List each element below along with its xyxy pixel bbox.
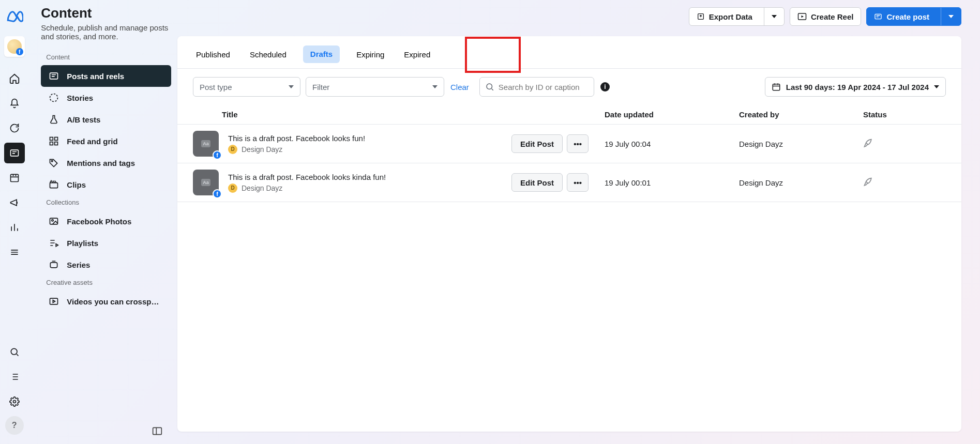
sidebar-item-label: Series [67,261,90,269]
chevron-down-icon [289,85,294,88]
post-type-label: Post type [200,83,232,91]
page-subtitle: Schedule, publish and manage posts and s… [41,23,171,41]
sidebar-item-label: Facebook Photos [67,217,131,226]
collapse-sidebar-button[interactable] [147,423,167,439]
rail-search[interactable] [4,342,25,362]
chevron-down-icon [772,15,777,18]
facebook-badge-icon: f [213,189,222,198]
post-thumbnail[interactable]: Aa f [193,131,219,157]
post-thumbnail[interactable]: Aa f [193,170,219,195]
grid-icon [48,135,59,147]
clear-filters-link[interactable]: Clear [450,83,469,91]
svg-point-3 [13,401,16,403]
date-range-label: Last 90 days: 19 Apr 2024 - 17 Jul 2024 [786,83,929,91]
meta-logo[interactable] [4,6,25,27]
more-actions-button[interactable]: ••• [567,173,589,192]
author-avatar-icon: D [228,145,237,154]
sidebar-item-clips[interactable]: Clips [41,174,171,195]
export-dropdown[interactable] [764,8,784,25]
filter-select[interactable]: Filter [306,77,444,97]
export-data-button[interactable]: Export Data [689,7,785,26]
status-icon [863,177,946,188]
sidebar-item-stories[interactable]: Stories [41,87,171,109]
rail-home[interactable] [4,68,25,89]
svg-point-10 [52,160,53,162]
create-post-button[interactable]: Create post [866,7,961,26]
export-label: Export Data [709,12,752,21]
sidebar-item-label: Mentions and tags [67,159,135,167]
date-updated: 19 July 00:04 [605,140,739,148]
sidebar-item-crosspost-videos[interactable]: Videos you can crossp… [41,290,171,312]
sidebar-item-posts-and-reels[interactable]: Posts and reels [41,65,171,87]
create-reel-button[interactable]: Create Reel [790,7,862,26]
help-button[interactable]: ? [5,416,24,435]
svg-rect-7 [55,137,58,141]
col-status: Status [863,110,946,119]
svg-rect-6 [50,137,53,141]
svg-rect-1 [10,174,18,181]
create-reel-label: Create Reel [811,12,854,21]
post-title: This is a draft post. Facebook looks kin… [228,173,511,181]
rail-settings[interactable] [4,391,25,412]
sidebar-item-facebook-photos[interactable]: Facebook Photos [41,210,171,232]
edit-post-button[interactable]: Edit Post [511,134,563,153]
create-post-dropdown[interactable] [941,8,961,25]
page-title: Content [41,5,171,21]
created-by: Design Dayz [739,140,863,148]
svg-rect-15 [50,298,58,304]
rail-menu[interactable] [4,242,25,263]
sidebar-item-series[interactable]: Series [41,254,171,275]
svg-rect-8 [50,142,53,145]
svg-rect-21 [773,84,780,90]
info-icon[interactable]: i [600,82,610,91]
rail-content[interactable] [4,143,25,163]
sidebar-item-label: Videos you can crossp… [67,297,159,306]
rail-notifications[interactable] [4,93,25,114]
sidebar-item-label: Stories [67,94,93,102]
created-by: Design Dayz [739,178,863,187]
status-icon [863,139,946,149]
post-title: This is a draft post. Facebook looks fun… [228,134,511,143]
sidebar-item-feed-and-grid[interactable]: Feed and grid [41,130,171,152]
tab-scheduled[interactable]: Scheduled [247,44,290,68]
ellipsis-icon: ••• [574,178,582,187]
calendar-icon [772,82,781,91]
rail-insights[interactable] [4,217,25,238]
section-label-creative-assets: Creative assets [41,275,171,290]
search-input[interactable] [499,83,589,91]
account-switcher[interactable]: f [4,36,25,57]
tab-drafts[interactable]: Drafts [303,45,340,63]
post-type-select[interactable]: Post type [193,77,300,97]
series-icon [48,259,59,270]
col-date: Date updated [605,110,739,119]
chevron-down-icon [934,85,939,88]
svg-rect-16 [153,427,162,434]
photo-icon [48,216,59,227]
more-actions-button[interactable]: ••• [567,134,589,153]
rail-ads[interactable] [4,192,25,213]
main: Export Data Create Reel Create post Publ… [177,0,980,444]
svg-rect-9 [55,142,58,145]
filter-label: Filter [312,83,329,91]
tab-published[interactable]: Published [193,44,233,68]
tab-expired[interactable]: Expired [401,44,433,68]
edit-post-button[interactable]: Edit Post [511,173,563,192]
rail-planner[interactable] [4,167,25,188]
date-range-picker[interactable]: Last 90 days: 19 Apr 2024 - 17 Jul 2024 [765,77,946,97]
sidebar-item-playlists[interactable]: Playlists [41,232,171,254]
clapper-icon [48,179,59,190]
sidebar-item-label: Posts and reels [67,72,124,81]
sidebar-item-ab-tests[interactable]: A/B tests [41,109,171,130]
left-rail: f ? [0,0,28,444]
section-label-content: Content [41,50,171,65]
sidebar-item-label: Feed and grid [67,137,117,146]
rail-list[interactable] [4,366,25,387]
sidebar-item-mentions-and-tags[interactable]: Mentions and tags [41,152,171,174]
tabs: Published Scheduled Drafts Expiring Expi… [177,36,961,69]
rail-inbox[interactable] [4,118,25,139]
svg-rect-14 [51,263,57,268]
reel-icon [797,12,807,21]
search-wrap [479,77,594,97]
tab-expiring[interactable]: Expiring [353,44,387,68]
post-author: Design Dayz [242,145,282,154]
